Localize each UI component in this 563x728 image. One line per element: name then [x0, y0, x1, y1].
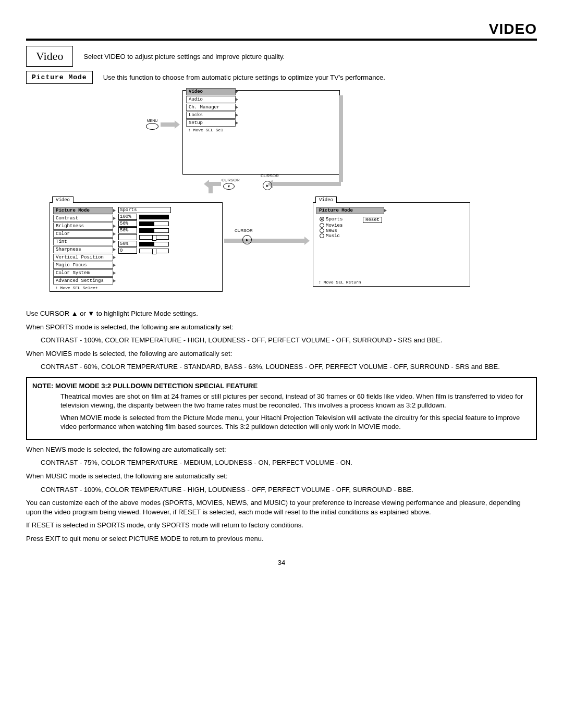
- value-sports: Sports: [118, 207, 171, 213]
- flow-line: [339, 95, 343, 182]
- menu-item-contrast: Contrast: [53, 215, 113, 222]
- cursor-down-icon: ▾: [223, 183, 235, 190]
- arrow-icon: [272, 182, 341, 186]
- customize-paragraph: You can customize each of the above mode…: [26, 498, 537, 516]
- news-mode-heading: When NEWS mode is selected, the followin…: [26, 445, 537, 454]
- option-sports: Sports: [326, 217, 342, 222]
- movies-mode-heading: When MOVIES mode is selected, the follow…: [26, 349, 537, 359]
- radio-icon: [320, 228, 324, 233]
- menu-item-video: Video: [186, 88, 236, 95]
- osd-footer: ↕ Move SEL Sel: [186, 127, 236, 133]
- reset-button: Reset: [363, 217, 382, 223]
- value-sharpness: 50%: [118, 241, 137, 247]
- osd-tab-video: Video: [315, 196, 337, 203]
- cursor-label: CURSOR: [261, 174, 279, 178]
- option-news: News: [326, 228, 337, 233]
- osd-video-panel: Video Picture Mode Contrast Brightness C…: [50, 202, 223, 292]
- menu-label: MENU: [147, 119, 158, 122]
- osd-tab-video: Video: [52, 196, 74, 203]
- menu-item-color-system: Color System: [53, 269, 113, 277]
- music-mode-heading: When MUSIC mode is selected, the followi…: [26, 472, 537, 481]
- picture-mode-box-label: Picture Mode: [26, 71, 93, 84]
- radio-icon: [320, 223, 324, 228]
- value-vpos: 0: [118, 248, 137, 254]
- osd-picture-mode-panel: Video Picture Mode Sports Reset Movies N…: [313, 202, 470, 287]
- menu-item-picture-mode: Picture Mode: [53, 207, 113, 214]
- news-mode-settings: CONTRAST - 75%, COLOR TEMPERATURE - MEDI…: [26, 458, 537, 467]
- movies-mode-settings: CONTRAST - 60%, COLOR TEMPERATURE - STAN…: [26, 362, 537, 372]
- video-box-label: Video: [26, 46, 73, 67]
- option-movies: Movies: [326, 223, 342, 228]
- cursor-right-icon: ▸: [263, 181, 272, 190]
- sports-mode-settings: CONTRAST - 100%, COLOR TEMPERATURE - HIG…: [26, 336, 537, 345]
- instruction-cursor: Use CURSOR ▲ or ▼ to highlight Picture M…: [26, 309, 537, 318]
- cursor-label: CURSOR: [235, 228, 253, 233]
- menu-item-advanced-settings: Advanced Settings: [53, 277, 113, 285]
- osd-main-panel: Video Audio Ch. Manager Locks Setup ↕ Mo…: [182, 90, 340, 175]
- option-music: Music: [326, 233, 340, 239]
- value-brightness: 50%: [118, 220, 137, 227]
- sports-mode-heading: When SPORTS mode is selected, the follow…: [26, 323, 537, 332]
- arrow-icon: [161, 122, 175, 127]
- note-paragraph-2: When MOVIE mode is selected from the Pic…: [60, 413, 531, 431]
- menu-item-ch-manager: Ch. Manager: [186, 104, 236, 111]
- osd-footer: ↕ Move SEL Select: [53, 285, 113, 291]
- note-box: NOTE: MOVIE MODE 3:2 PULLDOWN DETECTION …: [26, 377, 537, 440]
- radio-icon: [320, 233, 324, 238]
- menu-button-icon: MENU: [146, 119, 158, 130]
- menu-item-locks: Locks: [186, 112, 236, 119]
- page-number: 34: [26, 559, 537, 566]
- osd-footer: ↕ Move SEL Return: [316, 279, 363, 285]
- note-title: MOVIE MODE 3:2 PULLDOWN DETECTION SPECIA…: [55, 382, 258, 390]
- value-contrast: 100%: [118, 214, 137, 220]
- menu-item-tint: Tint: [53, 238, 113, 245]
- menu-item-sharpness: Sharpness: [53, 246, 113, 253]
- cursor-right-icon: ▸: [242, 235, 252, 244]
- subtab-picture-mode: Picture Mode: [316, 207, 384, 214]
- menu-item-vertical-position: Vertical Position: [53, 254, 113, 261]
- menu-diagram: MENU Video Audio Ch. Manager Locks Setup…: [26, 90, 537, 299]
- value-color: 50%: [118, 227, 137, 233]
- arrow-icon: [224, 239, 305, 243]
- reset-sports-paragraph: If RESET is selected in SPORTS mode, onl…: [26, 521, 537, 530]
- music-mode-settings: CONTRAST - 100%, COLOR TEMPERATURE - HIG…: [26, 485, 537, 495]
- page-header: VIDEO: [26, 21, 537, 41]
- note-paragraph-1: Theatrical movies are shot on film at 24…: [60, 392, 531, 410]
- note-label: NOTE:: [32, 382, 53, 390]
- menu-item-magic-focus: Magic Focus: [53, 262, 113, 269]
- video-desc: Select VIDEO to adjust picture settings …: [83, 53, 285, 60]
- radio-icon: [320, 217, 324, 221]
- exit-paragraph: Press EXIT to quit menu or select PICTUR…: [26, 534, 537, 544]
- picture-mode-desc: Use this function to choose from automat…: [103, 73, 385, 81]
- menu-item-audio: Audio: [186, 96, 236, 103]
- arrow-icon: [209, 182, 221, 186]
- menu-item-setup: Setup: [186, 119, 236, 127]
- menu-item-color: Color: [53, 230, 113, 238]
- cursor-label: CURSOR: [222, 178, 240, 182]
- menu-item-brightness: Brightness: [53, 223, 113, 230]
